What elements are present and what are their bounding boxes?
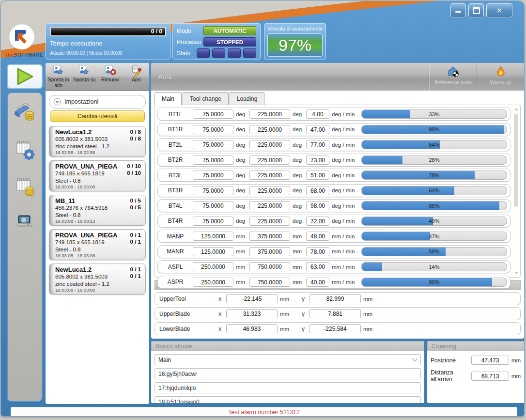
axis-target-input[interactable]: 225.0000 <box>249 140 290 149</box>
axis-speed-input[interactable]: 73.00 <box>306 156 329 165</box>
minimize-button[interactable] <box>450 3 466 17</box>
axis-target-input[interactable]: 225.0000 <box>249 125 290 134</box>
axis-speed-input[interactable]: 68.00 <box>306 186 329 195</box>
axis-speed-input[interactable]: 4.00 <box>306 109 329 119</box>
axis-name: MANR <box>158 248 193 255</box>
axis-position-input[interactable]: 75.0000 <box>193 201 233 210</box>
axis-target-unit: mm <box>290 233 306 239</box>
window-controls: ✕ <box>450 3 512 17</box>
axis-position-input[interactable]: 75.0000 <box>193 156 233 165</box>
job-counts: 0 / 1 0 / 1 <box>130 232 141 245</box>
sidebar-item-tool-setup[interactable] <box>13 137 37 161</box>
job-list-panel: Sposta in alto Sposta su <box>46 63 149 404</box>
axis-position-input[interactable]: 75.0000 <box>193 125 233 134</box>
feed-speed-value: 97% <box>267 33 323 57</box>
axis-progress-bar: 58% <box>361 247 507 256</box>
reference-axes-button[interactable]: Reference axes <box>429 63 477 91</box>
axis-speed-unit: deg / min <box>329 126 360 132</box>
axis-speed-unit: deg / min <box>329 203 360 209</box>
move-up-button[interactable]: Sposta su <box>72 63 98 91</box>
axis-target-input[interactable]: 750.0000 <box>249 262 290 271</box>
axis-speed-input[interactable]: 98.00 <box>306 201 329 210</box>
cinematica-x-unit: mm <box>278 326 297 332</box>
axis-position-input[interactable]: 75.0000 <box>193 109 233 119</box>
sidebar-item-tool-database[interactable] <box>13 174 37 199</box>
axis-position-input[interactable]: 75.0000 <box>193 186 233 195</box>
tab-tool-change[interactable]: Tool change <box>183 92 229 105</box>
axis-progress-label: 98% <box>362 125 507 134</box>
job-count-primary: 0 / 8 <box>130 128 141 135</box>
axis-target-input[interactable]: 375.0000 <box>249 247 290 256</box>
axis-target-input[interactable]: 375.0000 <box>249 232 290 241</box>
job-size: 749.185 x 665.1819 <box>55 239 141 246</box>
axis-speed-unit: deg / min <box>329 218 360 224</box>
axis-speed-unit: deg / min <box>329 142 360 148</box>
axis-target-input[interactable]: 225.0000 <box>249 201 290 210</box>
job-material: Steel - 0.8 <box>55 246 141 253</box>
settings-dropdown[interactable]: Impostazioni <box>49 95 146 109</box>
current-block-panel: Blocco attuale Main 16:gyl5jh0acwr 17:hj… <box>151 341 424 403</box>
tab-loading[interactable]: Loading <box>230 92 265 105</box>
close-button[interactable]: ✕ <box>486 3 512 17</box>
axis-speed-input[interactable]: 77.00 <box>306 140 329 149</box>
axis-speed-input[interactable]: 78.00 <box>306 247 329 256</box>
block-select[interactable]: Main <box>155 354 421 365</box>
sidebar-item-diagnostics[interactable] <box>13 212 37 236</box>
axis-progress-bar: 33% <box>361 109 507 119</box>
axis-target-input[interactable]: 750.0000 <box>249 278 290 287</box>
job-size: 605.8002 x 381.5003 <box>55 273 141 280</box>
axis-speed-input[interactable]: 51.00 <box>306 171 329 180</box>
crowning-unit: mm <box>509 373 521 379</box>
y-axis-label: y <box>297 311 309 317</box>
axis-speed-unit: mm / min <box>329 249 360 254</box>
axis-progress-label: 58% <box>362 248 507 256</box>
job-card[interactable]: NewLuca1.2 605.8002 x 381.5003 zinc coat… <box>49 264 146 295</box>
axis-position-input[interactable]: 75.0000 <box>193 171 233 180</box>
job-card[interactable]: PROVA_UNA_PIEGA 749.185 x 665.1819 Steel… <box>49 160 146 191</box>
job-time-range: 16:03:08 - 16:03:13 <box>55 218 141 224</box>
axis-target-input[interactable]: 225.0000 <box>249 109 290 119</box>
axis-target-input[interactable]: 225.0000 <box>249 171 290 180</box>
axis-speed-input[interactable]: 40.00 <box>306 278 329 287</box>
job-name: NewLuca1.2 <box>55 128 141 136</box>
axis-target-input[interactable]: 225.0000 <box>249 156 290 165</box>
cinematica-y-value: 7.881 <box>309 309 361 318</box>
scrollbar-thumb[interactable] <box>514 114 518 207</box>
axis-position-input[interactable]: 125.0000 <box>193 232 233 241</box>
axis-target-input[interactable]: 225.0000 <box>249 217 290 226</box>
axis-speed-input[interactable]: 72.00 <box>306 217 329 226</box>
axis-position-input[interactable]: 75.0000 <box>193 140 233 149</box>
warm-up-button[interactable]: Warm up <box>477 63 524 91</box>
axis-row: BT3R 75.0000 deg 225.0000 deg 68.00 deg … <box>157 184 511 197</box>
execution-time-panel: 0 / 0 Tempo esecuzione Attuale 00:00:00 … <box>46 23 170 60</box>
tab-main[interactable]: Main <box>155 92 182 105</box>
sidebar <box>7 92 43 402</box>
axis-position-input[interactable]: 250.0000 <box>193 262 233 271</box>
open-button[interactable]: Apri <box>124 63 150 91</box>
axis-speed-unit: mm / min <box>329 279 360 285</box>
scroll-up-arrow-icon[interactable] <box>514 108 518 110</box>
axis-name: BT4L <box>158 202 193 209</box>
tool-change-button[interactable]: Cambia utensili <box>50 110 145 122</box>
maximize-button[interactable] <box>468 3 484 17</box>
axis-position-input[interactable]: 75.0000 <box>193 217 233 226</box>
axes-scrollbar[interactable] <box>513 108 518 274</box>
axis-speed-input[interactable]: 48.00 <box>306 232 329 241</box>
axis-position-input[interactable]: 125.0000 <box>193 247 233 256</box>
run-button[interactable] <box>7 64 43 89</box>
axis-speed-input[interactable]: 63.00 <box>306 262 329 271</box>
maximize-icon <box>473 7 480 14</box>
axis-target-input[interactable]: 225.0000 <box>249 186 290 195</box>
cinematica-x-unit: mm <box>278 296 297 302</box>
axis-position-input[interactable]: 250.0000 <box>193 278 233 287</box>
remove-icon <box>104 64 117 77</box>
alarm-status-bar: Test alarm number 511312 <box>11 407 517 416</box>
axis-speed-input[interactable]: 47.00 <box>306 125 329 134</box>
scroll-down-arrow-icon[interactable] <box>514 272 518 274</box>
sidebar-item-program-database[interactable] <box>13 100 37 124</box>
job-card[interactable]: MB_11 456.2376 x 764.5918 Steel - 0.8 16… <box>49 195 146 226</box>
move-to-top-button[interactable]: Sposta in alto <box>46 63 72 91</box>
job-card[interactable]: NewLuca1.2 605.8002 x 381.5003 zinc coat… <box>49 126 146 157</box>
remove-button[interactable]: Rimuovi <box>97 63 124 91</box>
job-card[interactable]: PROVA_UNA_PIEGA 749.185 x 665.1819 Steel… <box>49 229 146 260</box>
